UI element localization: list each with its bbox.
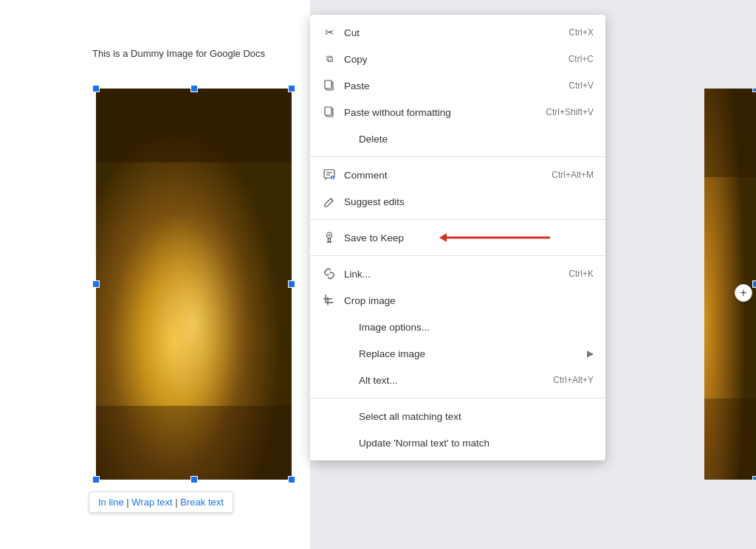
svg-marker-23 xyxy=(439,233,447,242)
paste-shortcut: Ctrl+V xyxy=(568,80,594,91)
menu-item-paste[interactable]: Paste Ctrl+V xyxy=(310,72,605,99)
copy-icon: ⧉ xyxy=(322,52,337,66)
svg-point-19 xyxy=(329,235,330,236)
cut-icon: ✂ xyxy=(322,25,337,40)
handle-top-right[interactable] xyxy=(288,85,295,92)
menu-item-suggest-edits[interactable]: Suggest edits xyxy=(310,188,605,215)
wrap-text-option[interactable]: Wrap text xyxy=(131,497,172,508)
document-page: This is a Dummy Image for Google Docs xyxy=(0,0,310,549)
handle-bot-right[interactable] xyxy=(288,476,295,483)
crop-icon xyxy=(322,293,337,308)
menu-item-select-all-matching[interactable]: Select all matching text xyxy=(310,403,605,429)
red-arrow-indicator xyxy=(436,227,554,249)
menu-item-image-options[interactable]: Image options... xyxy=(310,314,605,340)
image-svg xyxy=(96,89,292,480)
paste-no-format-icon xyxy=(322,105,337,120)
handle-top-mid[interactable] xyxy=(190,85,198,92)
menu-item-link[interactable]: Link... Ctrl+K xyxy=(310,260,605,287)
alt-text-icon-placeholder xyxy=(322,373,337,387)
paste-label: Paste xyxy=(344,80,568,92)
svg-line-17 xyxy=(331,198,333,201)
sep2: | xyxy=(173,497,181,508)
red-arrow-svg xyxy=(436,227,554,249)
suggest-edits-icon xyxy=(322,194,337,209)
svg-rect-5 xyxy=(704,89,756,177)
partial-image-right xyxy=(704,89,756,480)
select-all-matching-label: Select all matching text xyxy=(359,411,594,422)
image-options-icon-placeholder xyxy=(322,320,337,334)
paste-icon xyxy=(322,78,337,93)
alt-text-label: Alt text... xyxy=(359,375,553,386)
partial-image-svg xyxy=(704,89,756,480)
copy-label: Copy xyxy=(344,54,568,65)
menu-item-update-normal-text[interactable]: Update 'Normal text' to match xyxy=(310,429,605,456)
suggest-edits-label: Suggest edits xyxy=(344,196,594,207)
menu-item-replace-image[interactable]: Replace image ▶ xyxy=(310,340,605,367)
sep1: | xyxy=(124,497,132,508)
handle-top-left[interactable] xyxy=(92,85,100,92)
divider-1 xyxy=(310,156,605,157)
svg-rect-10 xyxy=(325,107,331,115)
divider-3 xyxy=(310,255,605,256)
replace-image-arrow: ▶ xyxy=(587,348,594,359)
plus-button[interactable]: + xyxy=(735,284,752,302)
cut-label: Cut xyxy=(344,27,568,38)
menu-item-comment[interactable]: Comment Ctrl+Alt+M xyxy=(310,162,605,188)
link-shortcut: Ctrl+K xyxy=(568,269,594,279)
menu-item-cut[interactable]: ✂ Cut Ctrl+X xyxy=(310,19,605,46)
update-normal-text-label: Update 'Normal text' to match xyxy=(359,438,594,449)
selected-image-container[interactable]: In line | Wrap text | Break text xyxy=(96,89,292,480)
replace-image-icon-placeholder xyxy=(322,346,337,361)
svg-point-16 xyxy=(332,179,333,179)
partial-handle-tr[interactable] xyxy=(752,89,756,92)
menu-item-alt-text[interactable]: Alt text... Ctrl+Alt+Y xyxy=(310,367,605,393)
delete-label: Delete xyxy=(359,134,594,145)
paste-no-format-shortcut: Ctrl+Shift+V xyxy=(546,107,594,117)
menu-item-save-to-keep[interactable]: Save to Keep xyxy=(310,224,605,251)
svg-rect-3 xyxy=(96,406,292,480)
comment-icon xyxy=(322,168,337,182)
menu-item-paste-no-format[interactable]: Paste without formatting Ctrl+Shift+V xyxy=(310,99,605,125)
link-icon xyxy=(322,266,337,281)
inline-option[interactable]: In line xyxy=(98,497,124,508)
selected-image[interactable] xyxy=(96,89,292,480)
keep-icon xyxy=(322,230,337,245)
copy-shortcut: Ctrl+C xyxy=(568,54,594,64)
link-label: Link... xyxy=(344,269,568,280)
replace-image-label: Replace image xyxy=(359,348,587,359)
partial-handle-br[interactable] xyxy=(752,476,756,480)
handle-bot-left[interactable] xyxy=(92,476,100,483)
document-area: This is a Dummy Image for Google Docs xyxy=(0,0,756,549)
crop-image-label: Crop image xyxy=(344,295,594,306)
menu-item-copy[interactable]: ⧉ Copy Ctrl+C xyxy=(310,46,605,72)
handle-mid-left[interactable] xyxy=(92,280,100,288)
menu-item-delete[interactable]: Delete xyxy=(310,125,605,152)
divider-2 xyxy=(310,219,605,220)
update-normal-icon-placeholder xyxy=(322,435,337,450)
image-options-label: Image options... xyxy=(359,322,594,333)
handle-bot-mid[interactable] xyxy=(190,476,198,483)
image-label: This is a Dummy Image for Google Docs xyxy=(92,48,265,59)
delete-icon-placeholder xyxy=(322,131,337,146)
svg-rect-8 xyxy=(325,80,331,89)
select-all-icon-placeholder xyxy=(322,409,337,424)
context-menu: ✂ Cut Ctrl+X ⧉ Copy Ctrl+C Paste Ctrl+V xyxy=(310,15,605,460)
comment-label: Comment xyxy=(344,170,551,181)
svg-rect-2 xyxy=(96,89,292,162)
partial-handle-mr[interactable] xyxy=(752,280,756,288)
wrap-options-bar: In line | Wrap text | Break text xyxy=(89,491,233,513)
alt-text-shortcut: Ctrl+Alt+Y xyxy=(553,375,594,385)
paste-no-format-label: Paste without formatting xyxy=(344,107,546,118)
break-text-option[interactable]: Break text xyxy=(180,497,224,508)
comment-shortcut: Ctrl+Alt+M xyxy=(551,170,594,180)
menu-item-crop-image[interactable]: Crop image xyxy=(310,287,605,314)
divider-4 xyxy=(310,398,605,398)
cut-shortcut: Ctrl+X xyxy=(568,27,594,38)
svg-rect-6 xyxy=(704,398,756,480)
handle-mid-right[interactable] xyxy=(288,280,295,288)
